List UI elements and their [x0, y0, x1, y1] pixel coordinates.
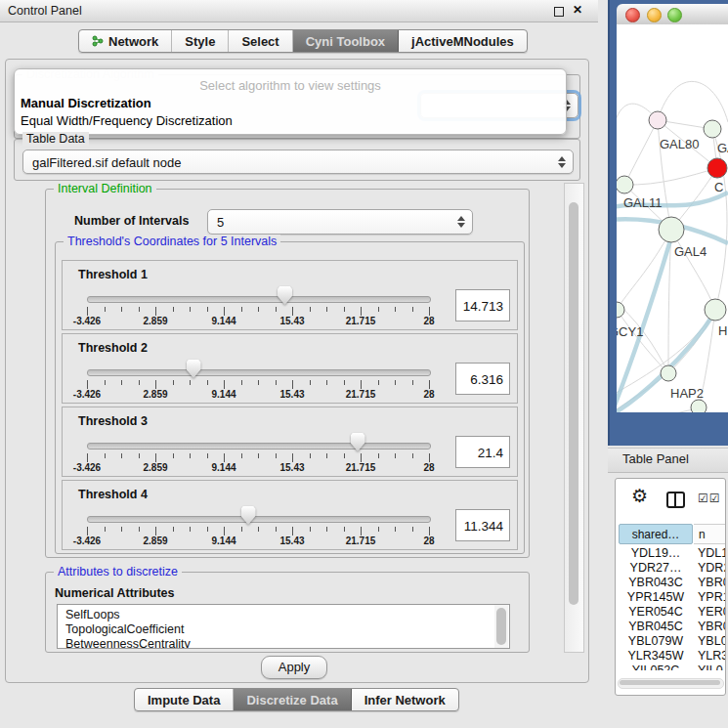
tab-cyni-toolbox[interactable]: Cyni Toolbox [293, 30, 399, 52]
table-cell[interactable]: YBR043C [619, 576, 693, 590]
network-node[interactable] [661, 365, 676, 381]
network-node[interactable] [617, 302, 624, 318]
float-window-icon[interactable] [554, 7, 564, 17]
tick-mark [173, 380, 174, 385]
table-cell[interactable]: YPR145W [619, 590, 693, 605]
network-node[interactable] [691, 400, 707, 412]
minimize-window-icon[interactable] [647, 8, 662, 22]
table-row[interactable]: YBR045CYBR0 [619, 620, 725, 634]
slider-thumb[interactable] [278, 286, 292, 305]
column-header-name[interactable]: n [694, 524, 725, 544]
tick-mark [241, 380, 242, 385]
network-node[interactable] [707, 158, 727, 178]
table-cell[interactable]: YER0 [698, 605, 725, 620]
close-icon[interactable]: ✕ [573, 3, 582, 17]
tab-infer-network[interactable]: Infer Network [352, 689, 458, 710]
table-cell[interactable]: YLR3 [698, 649, 725, 664]
table-cell[interactable]: YBR0 [698, 620, 725, 634]
tab-style[interactable]: Style [172, 30, 229, 52]
tick-mark [361, 307, 362, 316]
threshold-value-field[interactable]: 6.316 [455, 363, 510, 395]
scrollbar-thumb[interactable] [496, 608, 506, 645]
table-row[interactable]: YBR043CYBR0 [619, 576, 725, 590]
threshold-value-field[interactable]: 14.713 [455, 289, 510, 321]
network-canvas[interactable]: GAL80GACGAL11GAL4GCY1HHAP2 [617, 24, 728, 412]
table-rows: YDL19…YDL1YDR27…YDR2YBR043CYBR0YPR145WYP… [619, 546, 725, 670]
table-cell[interactable]: YDL19… [619, 546, 693, 561]
tab-impute-data[interactable]: Impute Data [135, 689, 234, 710]
dropdown-item-equal-width-frequency[interactable]: Equal Width/Frequency Discretization [21, 113, 233, 128]
slider-track[interactable] [87, 296, 431, 303]
table-row[interactable]: YDL19…YDL1 [619, 546, 725, 561]
tab-select[interactable]: Select [229, 30, 292, 52]
tick-mark [258, 307, 259, 312]
slider-track[interactable] [87, 369, 431, 376]
slider-thumb[interactable] [241, 506, 256, 525]
network-node[interactable] [704, 120, 721, 138]
table-cell[interactable]: YBL079W [619, 634, 693, 649]
threshold-value-field[interactable]: 11.344 [455, 509, 510, 541]
list-scrollbar[interactable] [494, 605, 508, 648]
table-data-combobox[interactable]: galFiltered.sif default node [22, 150, 574, 174]
tick-mark [139, 527, 140, 532]
table-row[interactable]: YDR27…YDR2 [619, 561, 725, 576]
close-window-icon[interactable] [625, 8, 640, 22]
table-cell[interactable]: YDR27… [619, 561, 693, 576]
network-node[interactable] [705, 299, 726, 321]
tick-label: -3.426 [73, 535, 101, 546]
slider-thumb[interactable] [351, 433, 365, 451]
number-of-intervals-combobox[interactable]: 5 [207, 209, 473, 235]
table-cell[interactable]: YBR0 [698, 576, 725, 590]
gear-icon[interactable]: ⚙ [631, 485, 648, 507]
apply-button[interactable]: Apply [261, 656, 327, 679]
tick-label: 21.715 [346, 389, 376, 400]
tick-mark [378, 453, 379, 458]
panel-vertical-scrollbar[interactable] [564, 183, 584, 653]
table-cell[interactable]: YIL0 [698, 664, 723, 670]
list-item[interactable]: SelfLoops [58, 608, 509, 622]
scrollbar-thumb[interactable] [569, 202, 578, 605]
table-row[interactable]: YPR145WYPR1 [619, 590, 725, 605]
select-all-checkboxes-icon[interactable]: ☑☑ [698, 492, 721, 505]
tab-jactivemnodules[interactable]: jActiveMNodules [399, 30, 527, 52]
split-columns-icon[interactable] [666, 492, 685, 508]
table-cell[interactable]: YDR2 [698, 561, 725, 576]
network-node[interactable] [617, 176, 633, 193]
column-header-shared-name[interactable]: shared… [619, 524, 693, 544]
table-row[interactable]: YIL052CYIL0 [619, 664, 725, 670]
network-node[interactable] [649, 111, 666, 129]
table-cell[interactable]: YDL1 [698, 546, 725, 561]
table-row[interactable]: YLR345WYLR3 [619, 649, 725, 664]
tab-jactivemnodules-label: jActiveMNodules [411, 34, 514, 49]
list-item[interactable]: BetweennessCentrality [58, 637, 509, 649]
table-cell[interactable]: YPR1 [698, 590, 725, 605]
tick-mark [378, 527, 379, 532]
maximize-window-icon[interactable] [667, 8, 682, 22]
threshold-value-field[interactable]: 21.4 [455, 436, 510, 468]
network-window-titlebar[interactable] [617, 4, 728, 25]
table-row[interactable]: YER054CYER0 [619, 605, 725, 620]
tab-network[interactable]: Network [79, 30, 172, 52]
network-icon [92, 35, 104, 47]
table-cell[interactable]: YER054C [619, 605, 693, 620]
table-cell[interactable]: YIL052C [619, 664, 693, 670]
dropdown-item-manual-discretization[interactable]: Manual Discretization [21, 96, 151, 110]
tab-infer-network-label: Infer Network [364, 693, 446, 707]
control-panel-titlebar [0, 0, 598, 22]
tick-mark [292, 307, 293, 316]
numerical-attributes-list[interactable]: SelfLoops TopologicalCoefficient Between… [57, 604, 510, 649]
network-node[interactable] [659, 217, 684, 242]
slider-track[interactable] [87, 516, 431, 523]
table-horizontal-scrollbar[interactable] [618, 678, 724, 689]
network-edge [617, 407, 699, 412]
table-row[interactable]: YBL079WYBL0 [619, 634, 725, 649]
list-item[interactable]: TopologicalCoefficient [58, 622, 509, 637]
tick-label: 9.144 [211, 316, 236, 326]
table-cell[interactable]: YBL0 [698, 634, 725, 649]
tab-discretize-data[interactable]: Discretize Data [234, 689, 351, 710]
slider-track[interactable] [87, 443, 431, 450]
table-cell[interactable]: YLR345W [619, 649, 693, 664]
scrollbar-thumb[interactable] [620, 680, 720, 685]
table-cell[interactable]: YBR045C [619, 620, 693, 634]
slider-thumb[interactable] [187, 360, 201, 378]
